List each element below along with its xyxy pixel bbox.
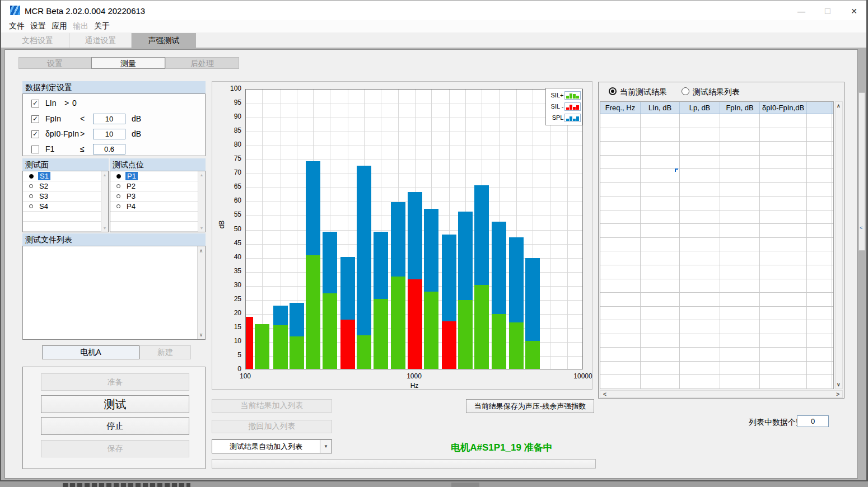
table-header-cell[interactable]: Lp, dB bbox=[680, 102, 720, 114]
scroll-left-icon[interactable]: < bbox=[603, 391, 606, 397]
criteria-checkbox-2[interactable] bbox=[31, 130, 39, 138]
criteria-value-input[interactable]: 0.6 bbox=[93, 144, 125, 154]
table-row[interactable] bbox=[600, 293, 833, 307]
table-row[interactable] bbox=[600, 196, 833, 210]
surface-row[interactable]: S3 bbox=[23, 191, 101, 202]
surface-item-s3[interactable]: S3 bbox=[39, 192, 48, 200]
surface-item-s4[interactable]: S4 bbox=[39, 202, 48, 210]
new-button[interactable]: 新建 bbox=[139, 345, 191, 359]
surface-row[interactable]: S2 bbox=[23, 181, 101, 191]
table-row[interactable] bbox=[600, 210, 833, 224]
table-row[interactable] bbox=[600, 307, 833, 321]
subtab-postprocess[interactable]: 后处理 bbox=[165, 57, 239, 69]
criteria-checkbox-1[interactable] bbox=[31, 115, 39, 123]
add-current-result-button[interactable]: 当前结果加入列表 bbox=[212, 399, 332, 413]
chevron-left-icon[interactable]: < bbox=[860, 225, 862, 231]
close-button[interactable]: ✕ bbox=[846, 5, 862, 17]
table-row[interactable] bbox=[600, 142, 833, 156]
surface-scrollbar[interactable]: ▲▼ bbox=[101, 171, 108, 232]
table-header-cell[interactable]: LIn, dB bbox=[641, 102, 680, 114]
scroll-up-icon[interactable]: ∧ bbox=[837, 103, 841, 109]
tab-document-settings[interactable]: 文档设置 bbox=[6, 33, 70, 48]
point-row[interactable] bbox=[110, 222, 198, 232]
menu-application[interactable]: 应用 bbox=[52, 21, 67, 31]
point-row[interactable] bbox=[110, 212, 198, 222]
table-row[interactable] bbox=[600, 348, 833, 362]
point-item-p4[interactable]: P4 bbox=[127, 202, 136, 210]
action-button-test[interactable]: 测试 bbox=[41, 395, 189, 413]
action-button-save[interactable]: 保存 bbox=[41, 440, 189, 457]
surface-row[interactable]: S4 bbox=[23, 202, 101, 212]
point-scrollbar[interactable]: ▲▼ bbox=[198, 171, 205, 232]
file-list[interactable]: ∧ ∨ bbox=[22, 246, 206, 340]
save-as-pressure-button[interactable]: 当前结果保存为声压-残余声强指数 bbox=[466, 399, 594, 413]
test-name-button[interactable]: 电机A bbox=[42, 345, 139, 359]
table-row[interactable] bbox=[600, 265, 833, 279]
list-count-input[interactable]: 0 bbox=[797, 415, 829, 427]
surface-row[interactable] bbox=[23, 222, 101, 232]
file-list-scrollbar[interactable]: ∧ ∨ bbox=[197, 246, 205, 339]
table-row[interactable] bbox=[600, 238, 833, 252]
table-header-cell[interactable] bbox=[807, 102, 832, 114]
point-item-p1[interactable]: P1 bbox=[125, 172, 138, 180]
table-row[interactable] bbox=[600, 128, 833, 142]
point-row[interactable]: P3 bbox=[110, 191, 198, 202]
table-header-cell[interactable]: Freq., Hz bbox=[600, 102, 641, 114]
surface-item-s2[interactable]: S2 bbox=[39, 182, 48, 190]
scroll-up-icon[interactable]: ▲ bbox=[101, 173, 108, 177]
chevron-down-icon[interactable]: ▼ bbox=[320, 440, 332, 453]
action-button-stop[interactable]: 停止 bbox=[41, 417, 189, 435]
scroll-right-icon[interactable]: > bbox=[836, 391, 839, 397]
table-horizontal-scrollbar[interactable]: < > bbox=[600, 390, 843, 398]
table-vertical-scrollbar[interactable]: ∧ ∨ bbox=[835, 101, 843, 389]
action-button-prepare[interactable]: 准备 bbox=[41, 373, 189, 391]
maximize-button[interactable]: ☐ bbox=[819, 5, 836, 17]
table-row[interactable] bbox=[600, 362, 833, 376]
table-row[interactable] bbox=[600, 224, 833, 238]
scroll-down-icon[interactable]: ▼ bbox=[101, 226, 108, 230]
table-header-cell[interactable]: FpIn, dB bbox=[720, 102, 760, 114]
criteria-checkbox-3[interactable] bbox=[31, 146, 39, 153]
collapsed-side-panel[interactable]: < bbox=[858, 92, 865, 251]
point-row[interactable]: P4 bbox=[110, 202, 198, 212]
point-item-p3[interactable]: P3 bbox=[127, 192, 136, 200]
scroll-down-icon[interactable]: ∨ bbox=[837, 382, 841, 387]
scroll-up-icon[interactable]: ▲ bbox=[198, 173, 205, 177]
tab-intensity-test[interactable]: 声强测试 bbox=[132, 33, 196, 48]
menu-file[interactable]: 文件 bbox=[9, 21, 25, 31]
radio-result-list[interactable] bbox=[682, 87, 689, 95]
scroll-down-icon[interactable]: ▼ bbox=[198, 226, 205, 230]
table-row[interactable] bbox=[600, 279, 833, 293]
criteria-checkbox-0[interactable] bbox=[31, 100, 39, 107]
table-header-cell[interactable]: δpI0-FpIn,dB bbox=[760, 102, 807, 114]
table-row[interactable] bbox=[600, 183, 833, 197]
minimize-button[interactable]: — bbox=[793, 5, 810, 17]
scroll-up-icon[interactable]: ∧ bbox=[198, 248, 204, 254]
surface-row[interactable] bbox=[23, 212, 101, 222]
menu-output[interactable]: 输出 bbox=[73, 21, 88, 31]
menu-settings[interactable]: 设置 bbox=[30, 21, 46, 31]
table-row[interactable] bbox=[600, 334, 833, 348]
table-row[interactable] bbox=[600, 114, 833, 128]
table-row[interactable] bbox=[600, 169, 833, 183]
table-row[interactable] bbox=[600, 375, 833, 389]
criteria-value-input[interactable]: 10 bbox=[93, 114, 125, 124]
point-row[interactable]: P2 bbox=[110, 181, 198, 191]
table-row[interactable] bbox=[600, 156, 833, 170]
table-row[interactable] bbox=[600, 251, 833, 265]
auto-add-combobox[interactable]: 测试结果自动加入列表 ▼ bbox=[212, 439, 332, 453]
menu-about[interactable]: 关于 bbox=[94, 21, 110, 31]
scroll-down-icon[interactable]: ∨ bbox=[198, 332, 204, 338]
table-cell bbox=[680, 196, 720, 210]
undo-add-button[interactable]: 撤回加入列表 bbox=[212, 420, 332, 433]
point-row[interactable]: P1 bbox=[110, 171, 198, 181]
tab-channel-settings[interactable]: 通道设置 bbox=[70, 33, 132, 48]
surface-item-s1[interactable]: S1 bbox=[38, 172, 50, 180]
table-row[interactable] bbox=[600, 320, 833, 334]
point-item-p2[interactable]: P2 bbox=[127, 182, 136, 190]
surface-row[interactable]: S1 bbox=[23, 171, 101, 181]
subtab-measure[interactable]: 测量 bbox=[91, 57, 165, 69]
subtab-settings[interactable]: 设置 bbox=[18, 57, 91, 69]
radio-current-result[interactable] bbox=[609, 87, 617, 95]
criteria-value-input[interactable]: 10 bbox=[93, 129, 125, 139]
